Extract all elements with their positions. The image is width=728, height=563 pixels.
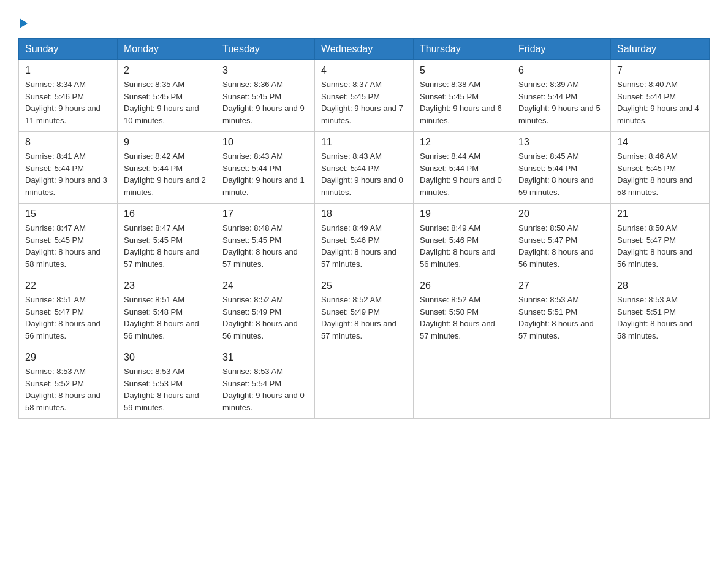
day-number: 4 — [321, 65, 407, 76]
table-row: 22 Sunrise: 8:51 AMSunset: 5:47 PMDaylig… — [19, 275, 118, 347]
day-info: Sunrise: 8:53 AMSunset: 5:54 PMDaylight:… — [222, 367, 305, 412]
day-info: Sunrise: 8:40 AMSunset: 5:44 PMDaylight:… — [617, 80, 699, 125]
day-info: Sunrise: 8:47 AMSunset: 5:45 PMDaylight:… — [25, 223, 100, 269]
day-number: 16 — [124, 209, 210, 220]
logo-arrow-icon — [20, 18, 28, 28]
day-info: Sunrise: 8:46 AMSunset: 5:45 PMDaylight:… — [617, 151, 692, 197]
table-row: 27 Sunrise: 8:53 AMSunset: 5:51 PMDaylig… — [512, 275, 611, 347]
col-thursday: Thursday — [414, 39, 512, 60]
table-row — [611, 347, 710, 419]
table-row: 3 Sunrise: 8:36 AMSunset: 5:45 PMDayligh… — [216, 60, 315, 132]
table-row: 30 Sunrise: 8:53 AMSunset: 5:53 PMDaylig… — [118, 347, 216, 419]
table-row: 19 Sunrise: 8:49 AMSunset: 5:46 PMDaylig… — [414, 204, 512, 275]
day-number: 24 — [222, 280, 308, 291]
table-row: 20 Sunrise: 8:50 AMSunset: 5:47 PMDaylig… — [512, 204, 611, 275]
day-number: 25 — [321, 280, 407, 291]
table-row: 16 Sunrise: 8:47 AMSunset: 5:45 PMDaylig… — [118, 204, 216, 275]
day-info: Sunrise: 8:53 AMSunset: 5:51 PMDaylight:… — [617, 295, 692, 340]
table-row: 11 Sunrise: 8:43 AMSunset: 5:44 PMDaylig… — [315, 132, 414, 204]
day-info: Sunrise: 8:50 AMSunset: 5:47 PMDaylight:… — [617, 223, 692, 269]
day-info: Sunrise: 8:45 AMSunset: 5:44 PMDaylight:… — [518, 151, 594, 197]
day-number: 31 — [222, 352, 308, 363]
col-friday: Friday — [512, 39, 611, 60]
day-info: Sunrise: 8:49 AMSunset: 5:46 PMDaylight:… — [420, 223, 495, 269]
day-info: Sunrise: 8:38 AMSunset: 5:45 PMDaylight:… — [420, 80, 502, 125]
col-tuesday: Tuesday — [216, 39, 315, 60]
day-number: 8 — [25, 137, 111, 148]
table-row: 17 Sunrise: 8:48 AMSunset: 5:45 PMDaylig… — [216, 204, 315, 275]
day-number: 14 — [617, 137, 703, 148]
day-info: Sunrise: 8:50 AMSunset: 5:47 PMDaylight:… — [518, 223, 594, 269]
col-monday: Monday — [118, 39, 216, 60]
day-number: 13 — [518, 137, 604, 148]
day-info: Sunrise: 8:53 AMSunset: 5:51 PMDaylight:… — [518, 295, 594, 340]
day-info: Sunrise: 8:53 AMSunset: 5:53 PMDaylight:… — [124, 367, 199, 412]
day-info: Sunrise: 8:48 AMSunset: 5:45 PMDaylight:… — [222, 223, 298, 269]
day-number: 12 — [420, 137, 506, 148]
day-info: Sunrise: 8:35 AMSunset: 5:45 PMDaylight:… — [124, 80, 199, 125]
day-info: Sunrise: 8:52 AMSunset: 5:50 PMDaylight:… — [420, 295, 495, 340]
calendar-week-row: 1 Sunrise: 8:34 AMSunset: 5:46 PMDayligh… — [19, 60, 710, 132]
table-row: 18 Sunrise: 8:49 AMSunset: 5:46 PMDaylig… — [315, 204, 414, 275]
day-info: Sunrise: 8:51 AMSunset: 5:48 PMDaylight:… — [124, 295, 199, 340]
day-number: 26 — [420, 280, 506, 291]
day-number: 29 — [25, 352, 111, 363]
day-number: 23 — [124, 280, 210, 291]
col-saturday: Saturday — [611, 39, 710, 60]
table-row: 13 Sunrise: 8:45 AMSunset: 5:44 PMDaylig… — [512, 132, 611, 204]
table-row — [414, 347, 512, 419]
day-number: 7 — [617, 65, 703, 76]
table-row — [315, 347, 414, 419]
table-row: 8 Sunrise: 8:41 AMSunset: 5:44 PMDayligh… — [19, 132, 118, 204]
logo — [18, 18, 28, 26]
day-number: 1 — [25, 65, 111, 76]
day-number: 2 — [124, 65, 210, 76]
calendar-table: Sunday Monday Tuesday Wednesday Thursday… — [18, 38, 710, 419]
day-number: 9 — [124, 137, 210, 148]
table-row: 28 Sunrise: 8:53 AMSunset: 5:51 PMDaylig… — [611, 275, 710, 347]
table-row: 14 Sunrise: 8:46 AMSunset: 5:45 PMDaylig… — [611, 132, 710, 204]
table-row: 5 Sunrise: 8:38 AMSunset: 5:45 PMDayligh… — [414, 60, 512, 132]
day-info: Sunrise: 8:44 AMSunset: 5:44 PMDaylight:… — [420, 151, 502, 197]
day-info: Sunrise: 8:52 AMSunset: 5:49 PMDaylight:… — [321, 295, 396, 340]
col-wednesday: Wednesday — [315, 39, 414, 60]
table-row: 29 Sunrise: 8:53 AMSunset: 5:52 PMDaylig… — [19, 347, 118, 419]
day-info: Sunrise: 8:36 AMSunset: 5:45 PMDaylight:… — [222, 80, 305, 125]
day-info: Sunrise: 8:42 AMSunset: 5:44 PMDaylight:… — [124, 151, 206, 197]
day-number: 22 — [25, 280, 111, 291]
day-info: Sunrise: 8:37 AMSunset: 5:45 PMDaylight:… — [321, 80, 403, 125]
day-number: 11 — [321, 137, 407, 148]
table-row: 25 Sunrise: 8:52 AMSunset: 5:49 PMDaylig… — [315, 275, 414, 347]
day-info: Sunrise: 8:53 AMSunset: 5:52 PMDaylight:… — [25, 367, 100, 412]
table-row: 6 Sunrise: 8:39 AMSunset: 5:44 PMDayligh… — [512, 60, 611, 132]
table-row: 23 Sunrise: 8:51 AMSunset: 5:48 PMDaylig… — [118, 275, 216, 347]
calendar-week-row: 8 Sunrise: 8:41 AMSunset: 5:44 PMDayligh… — [19, 132, 710, 204]
table-row: 24 Sunrise: 8:52 AMSunset: 5:49 PMDaylig… — [216, 275, 315, 347]
table-row: 7 Sunrise: 8:40 AMSunset: 5:44 PMDayligh… — [611, 60, 710, 132]
day-number: 5 — [420, 65, 506, 76]
day-info: Sunrise: 8:43 AMSunset: 5:44 PMDaylight:… — [321, 151, 403, 197]
table-row: 4 Sunrise: 8:37 AMSunset: 5:45 PMDayligh… — [315, 60, 414, 132]
table-row: 15 Sunrise: 8:47 AMSunset: 5:45 PMDaylig… — [19, 204, 118, 275]
day-number: 6 — [518, 65, 604, 76]
table-row: 21 Sunrise: 8:50 AMSunset: 5:47 PMDaylig… — [611, 204, 710, 275]
day-number: 10 — [222, 137, 308, 148]
day-number: 18 — [321, 209, 407, 220]
day-info: Sunrise: 8:49 AMSunset: 5:46 PMDaylight:… — [321, 223, 396, 269]
table-row: 12 Sunrise: 8:44 AMSunset: 5:44 PMDaylig… — [414, 132, 512, 204]
table-row: 10 Sunrise: 8:43 AMSunset: 5:44 PMDaylig… — [216, 132, 315, 204]
calendar-week-row: 29 Sunrise: 8:53 AMSunset: 5:52 PMDaylig… — [19, 347, 710, 419]
day-info: Sunrise: 8:39 AMSunset: 5:44 PMDaylight:… — [518, 80, 601, 125]
calendar-header-row: Sunday Monday Tuesday Wednesday Thursday… — [19, 39, 710, 60]
calendar-week-row: 15 Sunrise: 8:47 AMSunset: 5:45 PMDaylig… — [19, 204, 710, 275]
day-number: 17 — [222, 209, 308, 220]
table-row — [512, 347, 611, 419]
day-number: 30 — [124, 352, 210, 363]
table-row: 31 Sunrise: 8:53 AMSunset: 5:54 PMDaylig… — [216, 347, 315, 419]
day-info: Sunrise: 8:51 AMSunset: 5:47 PMDaylight:… — [25, 295, 100, 340]
table-row: 1 Sunrise: 8:34 AMSunset: 5:46 PMDayligh… — [19, 60, 118, 132]
day-number: 15 — [25, 209, 111, 220]
day-number: 19 — [420, 209, 506, 220]
day-info: Sunrise: 8:34 AMSunset: 5:46 PMDaylight:… — [25, 80, 100, 125]
col-sunday: Sunday — [19, 39, 118, 60]
